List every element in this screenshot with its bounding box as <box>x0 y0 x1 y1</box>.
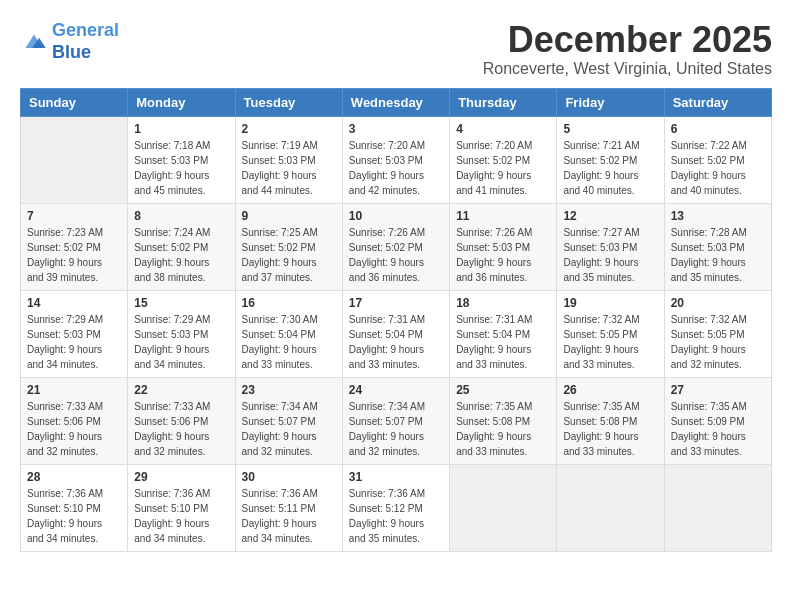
weekday-header-sunday: Sunday <box>21 88 128 116</box>
day-info: Sunrise: 7:20 AMSunset: 5:03 PMDaylight:… <box>349 138 443 198</box>
calendar-cell: 8Sunrise: 7:24 AMSunset: 5:02 PMDaylight… <box>128 203 235 290</box>
weekday-header-tuesday: Tuesday <box>235 88 342 116</box>
day-info: Sunrise: 7:31 AMSunset: 5:04 PMDaylight:… <box>349 312 443 372</box>
day-info: Sunrise: 7:25 AMSunset: 5:02 PMDaylight:… <box>242 225 336 285</box>
calendar-cell: 2Sunrise: 7:19 AMSunset: 5:03 PMDaylight… <box>235 116 342 203</box>
calendar-cell: 16Sunrise: 7:30 AMSunset: 5:04 PMDayligh… <box>235 290 342 377</box>
weekday-header-wednesday: Wednesday <box>342 88 449 116</box>
calendar-cell: 19Sunrise: 7:32 AMSunset: 5:05 PMDayligh… <box>557 290 664 377</box>
day-number: 18 <box>456 296 550 310</box>
day-info: Sunrise: 7:29 AMSunset: 5:03 PMDaylight:… <box>134 312 228 372</box>
day-info: Sunrise: 7:24 AMSunset: 5:02 PMDaylight:… <box>134 225 228 285</box>
day-number: 6 <box>671 122 765 136</box>
day-info: Sunrise: 7:20 AMSunset: 5:02 PMDaylight:… <box>456 138 550 198</box>
day-info: Sunrise: 7:35 AMSunset: 5:08 PMDaylight:… <box>456 399 550 459</box>
day-info: Sunrise: 7:33 AMSunset: 5:06 PMDaylight:… <box>134 399 228 459</box>
calendar-cell: 15Sunrise: 7:29 AMSunset: 5:03 PMDayligh… <box>128 290 235 377</box>
page-header: General Blue December 2025 Ronceverte, W… <box>20 20 772 78</box>
day-number: 2 <box>242 122 336 136</box>
day-number: 30 <box>242 470 336 484</box>
day-info: Sunrise: 7:27 AMSunset: 5:03 PMDaylight:… <box>563 225 657 285</box>
calendar-cell: 17Sunrise: 7:31 AMSunset: 5:04 PMDayligh… <box>342 290 449 377</box>
day-number: 25 <box>456 383 550 397</box>
day-number: 8 <box>134 209 228 223</box>
day-info: Sunrise: 7:26 AMSunset: 5:02 PMDaylight:… <box>349 225 443 285</box>
day-info: Sunrise: 7:36 AMSunset: 5:12 PMDaylight:… <box>349 486 443 546</box>
day-number: 4 <box>456 122 550 136</box>
day-number: 9 <box>242 209 336 223</box>
day-number: 24 <box>349 383 443 397</box>
day-number: 7 <box>27 209 121 223</box>
calendar-cell: 9Sunrise: 7:25 AMSunset: 5:02 PMDaylight… <box>235 203 342 290</box>
day-info: Sunrise: 7:28 AMSunset: 5:03 PMDaylight:… <box>671 225 765 285</box>
logo-text: General Blue <box>52 20 119 63</box>
calendar-cell: 22Sunrise: 7:33 AMSunset: 5:06 PMDayligh… <box>128 377 235 464</box>
calendar-cell: 6Sunrise: 7:22 AMSunset: 5:02 PMDaylight… <box>664 116 771 203</box>
day-info: Sunrise: 7:35 AMSunset: 5:09 PMDaylight:… <box>671 399 765 459</box>
day-number: 21 <box>27 383 121 397</box>
calendar-week-row: 14Sunrise: 7:29 AMSunset: 5:03 PMDayligh… <box>21 290 772 377</box>
calendar-week-row: 1Sunrise: 7:18 AMSunset: 5:03 PMDaylight… <box>21 116 772 203</box>
day-info: Sunrise: 7:23 AMSunset: 5:02 PMDaylight:… <box>27 225 121 285</box>
day-info: Sunrise: 7:35 AMSunset: 5:08 PMDaylight:… <box>563 399 657 459</box>
calendar-cell: 27Sunrise: 7:35 AMSunset: 5:09 PMDayligh… <box>664 377 771 464</box>
day-number: 23 <box>242 383 336 397</box>
day-number: 17 <box>349 296 443 310</box>
calendar-cell <box>21 116 128 203</box>
day-number: 3 <box>349 122 443 136</box>
day-info: Sunrise: 7:29 AMSunset: 5:03 PMDaylight:… <box>27 312 121 372</box>
calendar-cell <box>664 464 771 551</box>
day-info: Sunrise: 7:18 AMSunset: 5:03 PMDaylight:… <box>134 138 228 198</box>
calendar-week-row: 28Sunrise: 7:36 AMSunset: 5:10 PMDayligh… <box>21 464 772 551</box>
day-number: 29 <box>134 470 228 484</box>
day-number: 16 <box>242 296 336 310</box>
day-number: 26 <box>563 383 657 397</box>
day-info: Sunrise: 7:36 AMSunset: 5:10 PMDaylight:… <box>134 486 228 546</box>
day-number: 19 <box>563 296 657 310</box>
calendar-cell: 1Sunrise: 7:18 AMSunset: 5:03 PMDaylight… <box>128 116 235 203</box>
day-number: 22 <box>134 383 228 397</box>
month-year-title: December 2025 <box>483 20 772 60</box>
day-number: 27 <box>671 383 765 397</box>
day-info: Sunrise: 7:34 AMSunset: 5:07 PMDaylight:… <box>349 399 443 459</box>
calendar-week-row: 7Sunrise: 7:23 AMSunset: 5:02 PMDaylight… <box>21 203 772 290</box>
weekday-header-monday: Monday <box>128 88 235 116</box>
calendar-table: SundayMondayTuesdayWednesdayThursdayFrid… <box>20 88 772 552</box>
logo: General Blue <box>20 20 119 63</box>
weekday-header-saturday: Saturday <box>664 88 771 116</box>
calendar-cell: 14Sunrise: 7:29 AMSunset: 5:03 PMDayligh… <box>21 290 128 377</box>
day-number: 13 <box>671 209 765 223</box>
calendar-cell: 12Sunrise: 7:27 AMSunset: 5:03 PMDayligh… <box>557 203 664 290</box>
title-block: December 2025 Ronceverte, West Virginia,… <box>483 20 772 78</box>
day-info: Sunrise: 7:19 AMSunset: 5:03 PMDaylight:… <box>242 138 336 198</box>
calendar-cell: 26Sunrise: 7:35 AMSunset: 5:08 PMDayligh… <box>557 377 664 464</box>
day-number: 28 <box>27 470 121 484</box>
day-info: Sunrise: 7:31 AMSunset: 5:04 PMDaylight:… <box>456 312 550 372</box>
day-info: Sunrise: 7:32 AMSunset: 5:05 PMDaylight:… <box>671 312 765 372</box>
day-info: Sunrise: 7:33 AMSunset: 5:06 PMDaylight:… <box>27 399 121 459</box>
location-subtitle: Ronceverte, West Virginia, United States <box>483 60 772 78</box>
calendar-cell <box>557 464 664 551</box>
day-number: 1 <box>134 122 228 136</box>
calendar-header-row: SundayMondayTuesdayWednesdayThursdayFrid… <box>21 88 772 116</box>
day-info: Sunrise: 7:32 AMSunset: 5:05 PMDaylight:… <box>563 312 657 372</box>
day-info: Sunrise: 7:36 AMSunset: 5:11 PMDaylight:… <box>242 486 336 546</box>
calendar-cell: 18Sunrise: 7:31 AMSunset: 5:04 PMDayligh… <box>450 290 557 377</box>
calendar-cell: 25Sunrise: 7:35 AMSunset: 5:08 PMDayligh… <box>450 377 557 464</box>
weekday-header-thursday: Thursday <box>450 88 557 116</box>
calendar-cell: 10Sunrise: 7:26 AMSunset: 5:02 PMDayligh… <box>342 203 449 290</box>
logo-icon <box>20 31 48 53</box>
weekday-header-friday: Friday <box>557 88 664 116</box>
day-number: 10 <box>349 209 443 223</box>
calendar-week-row: 21Sunrise: 7:33 AMSunset: 5:06 PMDayligh… <box>21 377 772 464</box>
day-number: 31 <box>349 470 443 484</box>
calendar-cell: 24Sunrise: 7:34 AMSunset: 5:07 PMDayligh… <box>342 377 449 464</box>
calendar-cell: 28Sunrise: 7:36 AMSunset: 5:10 PMDayligh… <box>21 464 128 551</box>
day-number: 12 <box>563 209 657 223</box>
day-number: 11 <box>456 209 550 223</box>
calendar-cell: 13Sunrise: 7:28 AMSunset: 5:03 PMDayligh… <box>664 203 771 290</box>
calendar-cell: 4Sunrise: 7:20 AMSunset: 5:02 PMDaylight… <box>450 116 557 203</box>
day-number: 5 <box>563 122 657 136</box>
day-info: Sunrise: 7:26 AMSunset: 5:03 PMDaylight:… <box>456 225 550 285</box>
calendar-cell: 3Sunrise: 7:20 AMSunset: 5:03 PMDaylight… <box>342 116 449 203</box>
